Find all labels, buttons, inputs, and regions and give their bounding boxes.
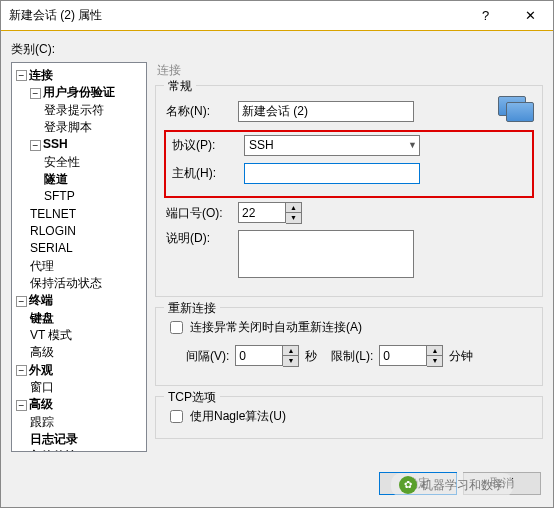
tree-vtmode[interactable]: VT 模式 bbox=[30, 328, 72, 342]
category-label: 类别(C): bbox=[11, 41, 543, 58]
expand-icon[interactable]: − bbox=[30, 88, 41, 99]
expand-icon[interactable]: − bbox=[16, 400, 27, 411]
label-port: 端口号(O): bbox=[166, 205, 238, 222]
tree-keepalive[interactable]: 保持活动状态 bbox=[30, 276, 102, 290]
label-interval: 间隔(V): bbox=[186, 348, 229, 365]
tree-userauth[interactable]: 用户身份验证 bbox=[43, 86, 115, 100]
legend-reconnect: 重新连接 bbox=[164, 300, 220, 317]
legend-tcp: TCP选项 bbox=[164, 389, 220, 406]
spin-down-icon[interactable]: ▼ bbox=[283, 356, 298, 366]
group-reconnect: 重新连接 连接异常关闭时自动重新连接(A) 间隔(V): ▲▼ 秒 限制(L): bbox=[155, 307, 543, 386]
tree-loginprompt[interactable]: 登录提示符 bbox=[44, 103, 104, 117]
label-nagle: 使用Nagle算法(U) bbox=[190, 408, 286, 425]
spin-down-icon[interactable]: ▼ bbox=[286, 213, 301, 223]
input-host[interactable] bbox=[244, 163, 420, 184]
tree-sftp[interactable]: SFTP bbox=[44, 190, 75, 204]
chk-nagle[interactable]: 使用Nagle算法(U) bbox=[166, 407, 532, 426]
tree-advanced[interactable]: 高级 bbox=[29, 398, 53, 412]
tree-terminal[interactable]: 终端 bbox=[29, 294, 53, 308]
tree-ssh[interactable]: SSH bbox=[43, 138, 68, 152]
tree-telnet[interactable]: TELNET bbox=[30, 207, 76, 221]
label-limit: 限制(L): bbox=[331, 348, 373, 365]
tree-filetransfer[interactable]: 文件传输 bbox=[29, 450, 77, 452]
checkbox-nagle[interactable] bbox=[170, 410, 183, 423]
label-name: 名称(N): bbox=[166, 103, 238, 120]
spin-limit[interactable]: ▲▼ bbox=[379, 345, 443, 367]
label-minutes: 分钟 bbox=[449, 348, 473, 365]
tree-loginscript[interactable]: 登录脚本 bbox=[44, 120, 92, 134]
spin-interval[interactable]: ▲▼ bbox=[235, 345, 299, 367]
spin-up-icon[interactable]: ▲ bbox=[286, 203, 301, 213]
help-button[interactable]: ? bbox=[463, 1, 508, 30]
tree-advancedterm[interactable]: 高级 bbox=[30, 346, 54, 360]
expand-icon[interactable]: − bbox=[16, 296, 27, 307]
titlebar: 新建会话 (2) 属性 ? ✕ bbox=[1, 1, 553, 31]
tree-trace[interactable]: 跟踪 bbox=[30, 415, 54, 429]
label-protocol: 协议(P): bbox=[172, 137, 244, 154]
window-title: 新建会话 (2) 属性 bbox=[1, 1, 463, 30]
label-desc: 说明(D): bbox=[166, 230, 238, 247]
expand-icon[interactable]: − bbox=[30, 140, 41, 151]
close-button[interactable]: ✕ bbox=[508, 1, 553, 30]
tree-appearance[interactable]: 外观 bbox=[29, 363, 53, 377]
connection-icon bbox=[498, 96, 532, 126]
tree-connection[interactable]: 连接 bbox=[29, 68, 53, 82]
expand-icon[interactable]: − bbox=[16, 365, 27, 376]
select-protocol-value: SSH bbox=[249, 138, 274, 152]
chevron-down-icon: ▼ bbox=[408, 140, 417, 150]
tree-tunnel[interactable]: 隧道 bbox=[44, 172, 68, 186]
spin-down-icon[interactable]: ▼ bbox=[427, 356, 442, 366]
panel-title: 连接 bbox=[157, 62, 543, 79]
input-limit[interactable] bbox=[379, 345, 427, 366]
chk-autoreconnect[interactable]: 连接异常关闭时自动重新连接(A) bbox=[166, 318, 532, 337]
input-desc[interactable] bbox=[238, 230, 414, 278]
label-seconds: 秒 bbox=[305, 348, 317, 365]
input-name[interactable] bbox=[238, 101, 414, 122]
input-interval[interactable] bbox=[235, 345, 283, 366]
tree-security[interactable]: 安全性 bbox=[44, 155, 80, 169]
label-host: 主机(H): bbox=[172, 165, 244, 182]
tree-serial[interactable]: SERIAL bbox=[30, 242, 73, 256]
label-autoreconnect: 连接异常关闭时自动重新连接(A) bbox=[190, 319, 362, 336]
watermark-icon: ✿ bbox=[399, 476, 417, 494]
highlight-box: 协议(P): SSH ▼ 主机(H): bbox=[164, 130, 534, 198]
select-protocol[interactable]: SSH ▼ bbox=[244, 135, 420, 156]
category-tree[interactable]: −连接 −用户身份验证 登录提示符 登录脚本 −SSH 安全性 bbox=[11, 62, 147, 452]
spin-up-icon[interactable]: ▲ bbox=[283, 346, 298, 356]
spin-up-icon[interactable]: ▲ bbox=[427, 346, 442, 356]
tree-logging[interactable]: 日志记录 bbox=[30, 432, 78, 446]
checkbox-autoreconnect[interactable] bbox=[170, 321, 183, 334]
expand-icon[interactable]: − bbox=[16, 70, 27, 81]
tree-rlogin[interactable]: RLOGIN bbox=[30, 224, 76, 238]
watermark: ✿ 机器学习和数学 bbox=[391, 473, 513, 497]
tree-windowappr[interactable]: 窗口 bbox=[30, 380, 54, 394]
tree-proxy[interactable]: 代理 bbox=[30, 259, 54, 273]
group-tcp: TCP选项 使用Nagle算法(U) bbox=[155, 396, 543, 439]
spin-port[interactable]: ▲▼ bbox=[238, 202, 302, 224]
legend-general: 常规 bbox=[164, 78, 196, 95]
input-port[interactable] bbox=[238, 202, 286, 223]
dialog-window: 新建会话 (2) 属性 ? ✕ 类别(C): −连接 −用户身份验证 登录提示符… bbox=[0, 0, 554, 508]
tree-keyboard[interactable]: 键盘 bbox=[30, 311, 54, 325]
watermark-text: 机器学习和数学 bbox=[421, 477, 505, 494]
group-general: 常规 名称(N): 协议(P): SSH bbox=[155, 85, 543, 297]
